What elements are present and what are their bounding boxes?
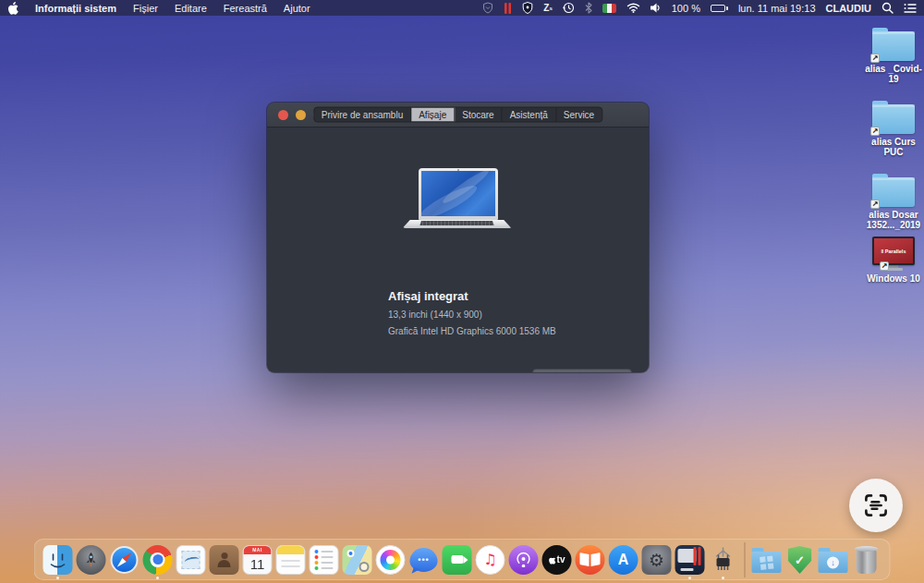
menubar-clock[interactable]: lun. 11 mai 19:13 xyxy=(738,3,816,14)
zs-status-icon[interactable]: Zs xyxy=(543,2,552,15)
alias-arrow-icon: ↗ xyxy=(870,200,880,209)
tv-label: tv xyxy=(557,554,565,565)
running-indicator xyxy=(156,577,159,579)
menu-fisier[interactable]: Fișier xyxy=(133,3,158,14)
dock-photos[interactable] xyxy=(374,541,407,578)
spotlight-search-icon[interactable] xyxy=(881,2,894,15)
dock-contacts[interactable] xyxy=(208,541,241,578)
folder-icon: ↗ xyxy=(872,31,915,61)
dock-system-preferences[interactable]: ⚙ xyxy=(640,541,674,578)
desktop-icon-covid-folder[interactable]: ↗ alias _Covid-19 xyxy=(863,26,924,84)
desktop-icon-windows10[interactable]: ‖ Parallels ↗ Windows 10 xyxy=(863,233,924,284)
dock-parallels-desktop[interactable] xyxy=(674,541,707,578)
dock-maps[interactable] xyxy=(341,541,374,578)
dock-hardware-chip-utility[interactable] xyxy=(707,541,740,578)
apple-menu-icon[interactable] xyxy=(7,2,18,15)
dock: MAI 11 ••• ♫ xyxy=(34,539,891,580)
fast-user-switch-label[interactable]: CLAUDIU xyxy=(826,3,872,14)
tab-asistenta[interactable]: Asistență xyxy=(503,108,556,122)
wifi-icon[interactable] xyxy=(626,2,640,15)
dock-reminders[interactable] xyxy=(308,541,341,578)
folder-icon: ↗ xyxy=(872,177,915,207)
scan-text-icon xyxy=(862,492,890,519)
dock-tv[interactable]: tv xyxy=(541,541,574,578)
text-scan-button[interactable] xyxy=(849,479,903,532)
dock-chrome[interactable] xyxy=(141,541,175,578)
dock-finder[interactable] xyxy=(42,541,75,578)
volume-icon[interactable] xyxy=(650,2,662,15)
tab-afisaje[interactable]: Afișaje xyxy=(411,108,455,122)
parallels-screen-label: ‖ Parallels xyxy=(881,249,906,254)
dock-messages[interactable]: ••• xyxy=(407,541,441,578)
shield-dot-icon[interactable] xyxy=(522,2,533,15)
dock-app-store[interactable]: A xyxy=(607,541,640,578)
menu-app-name[interactable]: Informații sistem xyxy=(35,3,116,14)
gear-icon: ⚙ xyxy=(642,545,672,575)
parallels-pause-icon[interactable] xyxy=(504,2,512,15)
desktop-icon-curs-puc-folder[interactable]: ↗ alias Curs PUC xyxy=(863,99,924,157)
desktop-icon-label: alias Curs PUC xyxy=(863,137,924,157)
alias-arrow-icon: ↗ xyxy=(870,54,880,63)
menu-bar: Informații sistem Fișier Editare Fereast… xyxy=(0,0,924,16)
display-graphics-line: Grafică Intel HD Graphics 6000 1536 MB xyxy=(388,326,556,336)
appstore-letter: A xyxy=(609,545,638,575)
tab-privire-de-ansamblu[interactable]: Privire de ansamblu xyxy=(314,108,411,122)
dock-calendar[interactable]: MAI 11 xyxy=(241,541,274,578)
dock-mail[interactable] xyxy=(175,541,208,578)
display-heading: Afișaj integrat xyxy=(388,289,556,303)
system-information-window: Privire de ansamblu Afișaje Stocare Asis… xyxy=(267,103,649,372)
parallels-monitor-icon: ‖ Parallels ↗ xyxy=(872,237,915,265)
dock-facetime[interactable] xyxy=(441,541,474,578)
folder-icon: ↗ xyxy=(872,104,915,134)
dock-podcasts[interactable] xyxy=(507,541,541,578)
close-button[interactable] xyxy=(278,110,288,120)
desktop-icon-label: Windows 10 xyxy=(863,273,924,284)
shield-check-icon: ✓ xyxy=(788,546,812,574)
dock-trash[interactable] xyxy=(850,541,883,578)
dock-windows-folder[interactable] xyxy=(750,541,784,578)
menu-editare[interactable]: Editare xyxy=(175,3,207,14)
minimize-button[interactable] xyxy=(296,110,306,120)
toolbar-tabs: Privire de ansamblu Afișaje Stocare Asis… xyxy=(313,107,602,123)
chip-claw-icon xyxy=(709,545,738,575)
window-titlebar[interactable]: Privire de ansamblu Afișaje Stocare Asis… xyxy=(267,103,649,128)
desktop-icon-label: alias _Covid-19 xyxy=(863,64,924,84)
menu-fereastra[interactable]: Fereastră xyxy=(224,3,267,14)
calendar-month-label: MAI xyxy=(244,546,272,554)
shield-outline-icon[interactable] xyxy=(482,2,493,15)
dock-books[interactable] xyxy=(574,541,607,578)
music-note-icon: ♫ xyxy=(476,545,505,575)
running-indicator xyxy=(688,577,691,579)
battery-percent-label: 100 % xyxy=(672,3,700,14)
rocket-icon xyxy=(83,552,100,568)
menu-ajutor[interactable]: Ajutor xyxy=(284,3,310,14)
dock-music[interactable]: ♫ xyxy=(474,541,507,578)
battery-icon[interactable] xyxy=(711,5,728,12)
alias-arrow-icon: ↗ xyxy=(880,261,889,271)
dock-notes[interactable] xyxy=(274,541,308,578)
dock-adguard[interactable]: ✓ xyxy=(784,541,817,578)
tab-service[interactable]: Service xyxy=(556,108,602,122)
tab-stocare[interactable]: Stocare xyxy=(455,108,502,122)
windows-logo-icon xyxy=(760,555,773,569)
macbook-illustration xyxy=(403,168,514,228)
notification-center-icon[interactable] xyxy=(904,2,917,15)
calendar-day-label: 11 xyxy=(244,554,272,574)
bluetooth-icon[interactable] xyxy=(585,2,592,15)
time-machine-icon[interactable] xyxy=(563,2,575,15)
running-indicator xyxy=(56,577,59,579)
compass-icon xyxy=(110,545,140,575)
download-arrow-icon: ↓ xyxy=(827,556,839,568)
apple-logo-icon xyxy=(549,555,556,565)
dock-downloads-folder[interactable]: ↓ xyxy=(817,541,850,578)
window-content: Afișaj integrat 13,3 inchi (1440 x 900) … xyxy=(267,128,649,371)
desktop-icon-dosar-folder[interactable]: ↗ alias Dosar 1352..._2019 xyxy=(863,172,924,230)
display-preferences-button[interactable]: Preferințe Afișaje… xyxy=(532,369,632,372)
dock-safari[interactable] xyxy=(108,541,141,578)
display-size-line: 13,3 inchi (1440 x 900) xyxy=(388,310,556,320)
dock-separator xyxy=(745,542,746,577)
dock-launchpad[interactable] xyxy=(75,541,108,578)
input-source-flag-italy-icon[interactable] xyxy=(602,4,616,13)
desktop-icon-label: alias Dosar 1352..._2019 xyxy=(863,210,924,230)
running-indicator xyxy=(722,577,724,579)
